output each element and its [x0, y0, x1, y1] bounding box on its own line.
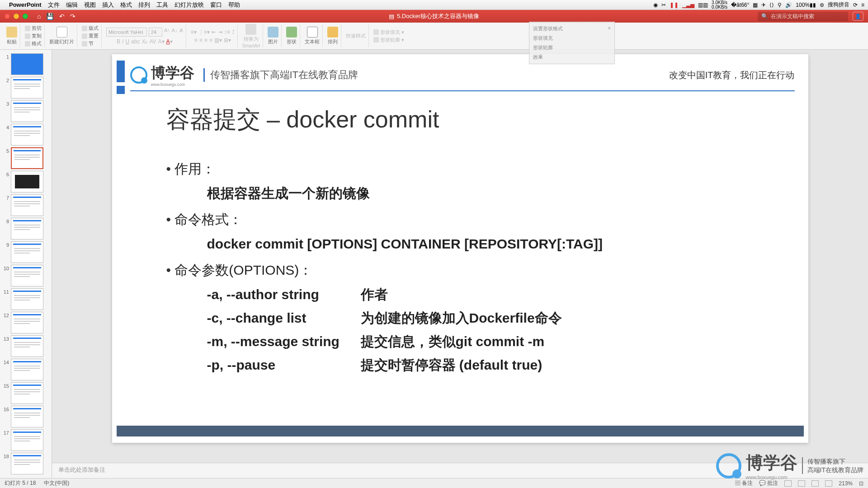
- menu-format[interactable]: 格式: [120, 1, 132, 9]
- panel-effects[interactable]: 效果: [531, 52, 613, 62]
- battery-indicator[interactable]: 100% ▮▮: [796, 2, 816, 8]
- underline-button[interactable]: U: [125, 38, 129, 45]
- comments-toggle[interactable]: 💬 批注: [759, 479, 778, 487]
- thumbnail-8[interactable]: [11, 218, 43, 239]
- text-direction-button[interactable]: ⤴: [232, 29, 235, 35]
- decrease-font-icon[interactable]: A↓: [172, 28, 178, 37]
- numbering-button[interactable]: ⋮≡▾: [198, 29, 210, 35]
- justify-button[interactable]: ≡: [209, 37, 212, 43]
- volume-icon[interactable]: 🔊: [785, 2, 792, 8]
- thumbnail-row[interactable]: 10: [0, 264, 52, 287]
- thumbnail-4[interactable]: [11, 124, 43, 145]
- normal-view-button[interactable]: [784, 480, 792, 487]
- scissors-icon[interactable]: ✂: [661, 2, 666, 8]
- align-left-button[interactable]: ≡: [194, 37, 198, 43]
- wifi-icon[interactable]: ⊚: [820, 2, 824, 8]
- indent-right-button[interactable]: ⇥: [218, 29, 222, 35]
- thumbnail-row[interactable]: 3: [0, 99, 52, 123]
- thumbnail-row[interactable]: 18: [0, 452, 52, 475]
- tray-icon-4[interactable]: ⚲: [778, 2, 782, 8]
- save-icon[interactable]: 💾: [46, 13, 54, 20]
- thumbnail-row[interactable]: 17: [0, 428, 52, 452]
- font-size-input[interactable]: [149, 28, 162, 37]
- search-box[interactable]: 🔍 在演示文稿中搜索: [758, 12, 848, 21]
- picture-button[interactable]: 图片: [268, 27, 278, 45]
- app-name[interactable]: PowerPoint: [9, 1, 42, 8]
- strike-button[interactable]: abc: [131, 38, 140, 45]
- obs-icon[interactable]: ◉: [653, 2, 658, 8]
- bullets-button[interactable]: ≡▾: [191, 29, 197, 35]
- font-name-input[interactable]: [106, 28, 147, 37]
- bars-icon[interactable]: ▥▥: [698, 2, 708, 8]
- thumbnail-10[interactable]: [11, 265, 43, 286]
- close-button[interactable]: [5, 14, 10, 19]
- cut-button[interactable]: 剪切: [25, 25, 42, 32]
- shapes-button[interactable]: 形状: [286, 27, 297, 45]
- tray-icon-2[interactable]: ✈: [761, 2, 766, 8]
- font-color-button[interactable]: A▾: [166, 38, 173, 45]
- line-spacing-button[interactable]: ↕≡: [224, 29, 230, 35]
- thumbnail-13[interactable]: [11, 335, 43, 357]
- thumbnail-17[interactable]: [11, 429, 43, 451]
- paste-button[interactable]: 粘贴: [6, 27, 17, 45]
- fit-window-button[interactable]: ⊡: [859, 480, 863, 487]
- shape-outline-button[interactable]: 形状轮廓 ▾: [373, 37, 404, 43]
- language-indicator[interactable]: 中文(中国): [44, 479, 69, 487]
- thumbnail-row[interactable]: 13: [0, 334, 52, 358]
- italic-button[interactable]: I: [122, 38, 123, 45]
- notes-pane[interactable]: 单击此处添加备注: [52, 463, 868, 478]
- copy-button[interactable]: 复制: [25, 33, 42, 39]
- quickstyle-button[interactable]: 快速样式: [346, 33, 366, 39]
- format-shape-panel[interactable]: 设置形状格式× 形状填充 形状轮廓 效果: [529, 22, 615, 64]
- thumbnail-3[interactable]: [11, 100, 43, 122]
- indent-left-button[interactable]: ⇤: [212, 29, 216, 35]
- minimize-button[interactable]: [14, 14, 19, 19]
- menu-insert[interactable]: 插入: [102, 1, 114, 9]
- thumbnail-12[interactable]: [11, 312, 43, 333]
- thumbnail-row[interactable]: 2: [0, 76, 52, 99]
- pause-icon[interactable]: ❚❚: [670, 2, 679, 8]
- menu-window[interactable]: 窗口: [210, 1, 222, 9]
- sync-icon[interactable]: ⟳: [853, 2, 858, 8]
- slide-counter[interactable]: 幻灯片 5 / 18: [5, 479, 36, 487]
- smartart-button[interactable]: 转换为 SmartArt: [242, 24, 260, 48]
- sorter-view-button[interactable]: [798, 480, 805, 487]
- zoom-button[interactable]: [23, 14, 28, 19]
- thumbnail-row[interactable]: 7: [0, 193, 52, 217]
- thumbnail-row[interactable]: 5: [0, 146, 52, 170]
- align-right-button[interactable]: ≡: [204, 37, 208, 43]
- new-slide-button[interactable]: 新建幻灯片: [49, 27, 74, 45]
- thumbnail-18[interactable]: [11, 453, 43, 474]
- bold-button[interactable]: B: [117, 38, 120, 45]
- layout-button[interactable]: 版式: [82, 25, 99, 32]
- thumbnail-row[interactable]: 6: [0, 170, 52, 193]
- slide-thumbnails-panel[interactable]: 123456789101112131415161718: [0, 50, 52, 478]
- thumbnail-2[interactable]: [11, 77, 43, 99]
- subscript-button[interactable]: X₂: [142, 38, 147, 45]
- arrange-button[interactable]: 排列: [327, 27, 338, 45]
- reset-button[interactable]: 重置: [82, 33, 99, 39]
- menu-edit[interactable]: 编辑: [66, 1, 78, 9]
- columns-button[interactable]: ▥▾: [214, 37, 222, 43]
- menu-view[interactable]: 视图: [84, 1, 96, 9]
- highlight-button[interactable]: A▾: [158, 38, 165, 45]
- ime-indicator[interactable]: 搜狗拼音: [828, 1, 849, 9]
- align-center-button[interactable]: ≡: [199, 37, 203, 43]
- section-button[interactable]: 节: [82, 40, 99, 47]
- thumbnail-1[interactable]: [11, 53, 43, 75]
- thumbnail-row[interactable]: 11: [0, 287, 52, 311]
- textbox-button[interactable]: 文本框: [305, 27, 320, 45]
- notes-toggle[interactable]: ▤ 备注: [735, 479, 753, 487]
- thumbnail-row[interactable]: 8: [0, 217, 52, 240]
- thumbnail-11[interactable]: [11, 288, 43, 310]
- menu-slideshow[interactable]: 幻灯片放映: [175, 1, 204, 9]
- thumbnail-row[interactable]: 15: [0, 381, 52, 405]
- thumbnail-16[interactable]: [11, 406, 43, 427]
- menu-help[interactable]: 帮助: [228, 1, 240, 9]
- slide-canvas[interactable]: 博学谷 www.boxuegu.com 传智播客旗下高端IT在线教育品牌 改变中…: [112, 54, 808, 443]
- increase-font-icon[interactable]: A↑: [164, 28, 170, 37]
- thumbnail-6[interactable]: [11, 171, 43, 192]
- thumbnail-14[interactable]: [11, 359, 43, 380]
- tray-icon-1[interactable]: ▦: [753, 2, 758, 8]
- menu-tools[interactable]: 工具: [156, 1, 168, 9]
